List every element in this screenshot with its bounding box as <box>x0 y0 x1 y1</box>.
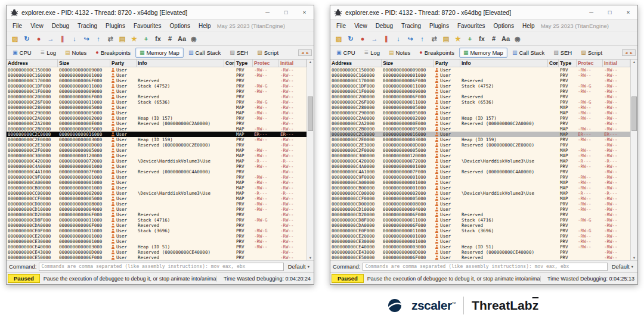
scrollbar-thumb[interactable] <box>631 96 637 131</box>
tab-scroll-right-icon[interactable]: ► <box>306 51 309 55</box>
memory-row[interactable]: 000000000C4A00000000000000001000UserPRV-… <box>330 164 630 169</box>
memory-row[interactable]: 000000000CD100000000000000004000UserPRV-… <box>330 207 630 212</box>
memory-row[interactable]: 000000000C3000000000000000120000UserMAP-… <box>330 153 630 158</box>
menu-item-options[interactable]: Options <box>166 21 194 30</box>
memory-row[interactable]: 000000000C1DF0000000000000011000UserStac… <box>7 83 306 89</box>
memory-row[interactable]: 000000000CDA0000000000000006F000UserRese… <box>7 223 306 228</box>
memory-row[interactable]: 000000000CE0F0000000000000011000UserStac… <box>330 228 630 233</box>
notes-icon[interactable]: ▤ <box>117 33 128 44</box>
tab-memory-map[interactable]: ▦Memory Map <box>135 48 184 58</box>
scroll-down-icon[interactable]: ▼ <box>631 256 637 260</box>
tab-log[interactable]: ≣Log <box>36 48 60 58</box>
patch-icon[interactable]: + <box>465 33 475 44</box>
step-into-icon[interactable]: ↓ <box>393 33 404 44</box>
menu-item-help[interactable]: Help <box>518 21 539 30</box>
tab-scroll-right-icon[interactable]: ► <box>630 51 633 55</box>
menu-item-tracing[interactable]: Tracing <box>73 21 101 30</box>
command-mode-select[interactable]: Default ▾ <box>610 263 635 270</box>
memory-row[interactable]: 000000000C4A00000000000000001000UserPRV-… <box>7 164 306 169</box>
memory-row[interactable]: 000000000CE43000000000000000D000UserRese… <box>7 250 306 255</box>
column-header-initial[interactable]: Initial <box>279 60 306 67</box>
menu-item-favourites[interactable]: Favourites <box>129 21 166 30</box>
run-icon[interactable]: → <box>369 33 380 44</box>
memory-row[interactable]: 000000000C1DF0000000000000011000UserStac… <box>330 83 630 89</box>
memory-row[interactable]: 000000000C170000000000000006F000UserRese… <box>330 78 630 83</box>
tab-scroll-buttons[interactable]: ◄ ► <box>298 49 312 56</box>
memory-row[interactable]: 000000000C2C00000000000000016000UserMAPE… <box>330 132 630 137</box>
memory-row[interactable]: 000000000CB000000000000000001000UserMAP-… <box>330 185 630 191</box>
menu-item-file[interactable]: File <box>8 21 26 30</box>
memory-row[interactable]: 000000000CE50000000000000006F000UserRese… <box>7 255 306 260</box>
memory-row[interactable]: 000000000C2A00000000000000002000UserHeap… <box>330 116 630 121</box>
column-header-protect[interactable]: Protec <box>253 60 279 67</box>
memory-row[interactable]: 000000000C2C00000000000000016000UserMAPE… <box>7 132 306 137</box>
vertical-scrollbar[interactable]: ▲ ▼ <box>306 60 314 260</box>
memory-row[interactable]: 000000000C2B00000000000000005000UserMAP-… <box>7 126 306 132</box>
menu-item-plugins[interactable]: Plugins <box>425 21 453 30</box>
memory-row[interactable]: 000000000CD000000000000000008000UserPRV-… <box>7 201 306 207</box>
functions-icon[interactable]: fx <box>476 33 487 44</box>
menu-item-debug[interactable]: Debug <box>371 21 397 30</box>
memory-row[interactable]: 000000000CD000000000000000008000UserPRV-… <box>330 201 630 207</box>
tab-scroll-left-icon[interactable]: ◄ <box>624 51 628 55</box>
memory-row[interactable]: 000000000CD20000000000000006F000UserRese… <box>330 212 630 217</box>
memory-row[interactable]: 000000000CDA0000000000000006F000UserRese… <box>330 223 630 228</box>
memory-row[interactable]: 000000000CE400000000000000003000UserHeap… <box>330 244 630 250</box>
memory-row[interactable]: 000000000C170000000000000006F000UserRese… <box>7 78 306 83</box>
patch-icon[interactable]: + <box>141 33 151 44</box>
column-header-protect[interactable]: Protec <box>577 60 603 67</box>
menu-item-view[interactable]: View <box>350 21 371 30</box>
scrollbar-thumb[interactable] <box>308 96 313 131</box>
memory-row[interactable]: 000000000C26F0000000000000011000UserStac… <box>330 99 630 105</box>
step-over-icon[interactable]: ↪ <box>405 33 416 44</box>
pause-icon[interactable]: ∥ <box>57 33 68 44</box>
memory-row[interactable]: 000000000CE300000000000000001000UserPRV-… <box>7 239 306 244</box>
hash-icon[interactable]: # <box>165 33 175 44</box>
memory-row[interactable]: 000000000CE400000000000000003000UserHeap… <box>7 244 306 250</box>
memory-row[interactable]: 000000000C2F00000000000000005000UserMAP-… <box>7 148 306 153</box>
memory-row[interactable]: 000000000C4200000000000000072000User\Dev… <box>330 158 630 164</box>
memory-row[interactable]: 000000000C2B00000000000000005000UserMAP-… <box>330 126 630 132</box>
memory-row[interactable]: 000000000C1500000000000000009000UserPRV-… <box>7 67 306 73</box>
tab-scroll-buttons[interactable]: ◄ ► <box>622 49 636 56</box>
scroll-up-icon[interactable]: ▲ <box>307 60 314 64</box>
memory-row[interactable]: 000000000C2900000000000000005000UserMAP-… <box>7 110 306 116</box>
memory-row[interactable]: 000000000CD20000000000000006F000UserRese… <box>7 212 306 217</box>
tab-script[interactable]: ▨Script <box>253 48 283 58</box>
memory-row[interactable]: 000000000C1600000000000000001000UserPRV-… <box>7 73 306 78</box>
favourites-icon[interactable]: ★ <box>129 33 140 44</box>
trace-icon[interactable]: ⇄ <box>105 33 116 44</box>
trace-icon[interactable]: ⇄ <box>429 33 439 44</box>
memory-row[interactable]: 000000000CC000000000000000002000User\Dev… <box>7 191 306 196</box>
tab-script[interactable]: ▨Script <box>577 48 606 58</box>
step-out-icon[interactable]: ↑ <box>417 33 428 44</box>
functions-icon[interactable]: fx <box>153 33 163 44</box>
menu-item-debug[interactable]: Debug <box>48 21 73 30</box>
run-icon[interactable]: → <box>45 33 56 44</box>
minimize-button[interactable]: ─ <box>582 5 600 20</box>
menu-item-help[interactable]: Help <box>194 21 215 30</box>
step-into-icon[interactable]: ↓ <box>69 33 80 44</box>
memory-row[interactable]: 000000000C2800000000000000005000UserMAP-… <box>330 105 630 110</box>
stop-icon[interactable]: ● <box>33 33 44 44</box>
memory-row[interactable]: 000000000C2800000000000000005000UserMAP-… <box>7 105 306 110</box>
titlebar[interactable]: explorer.exe - PID: 4132 - Thread: 8720 … <box>7 5 314 20</box>
memory-row[interactable]: 000000000C2A2000000000000000E000UserRese… <box>7 121 306 126</box>
command-mode-select[interactable]: Default ▾ <box>286 263 311 270</box>
settings-icon[interactable]: ◉ <box>188 33 199 44</box>
memory-row[interactable]: 000000000CD8F0000000000000011000UserStac… <box>330 217 630 223</box>
maximize-button[interactable]: □ <box>277 5 295 20</box>
tab-notes[interactable]: ▤Notes <box>385 48 414 58</box>
memory-row[interactable]: 000000000C3000000000000000120000UserMAP-… <box>7 153 306 158</box>
memory-row[interactable]: 000000000CE200000000000000001000UserPRV-… <box>7 233 306 239</box>
memory-row[interactable]: 000000000C2F00000000000000005000UserMAP-… <box>330 148 630 153</box>
tab-log[interactable]: ≣Log <box>360 48 384 58</box>
stop-icon[interactable]: ● <box>357 33 368 44</box>
column-header-info[interactable]: Info <box>137 60 224 67</box>
step-over-icon[interactable]: ↪ <box>81 33 92 44</box>
memory-row[interactable]: 000000000C1F00000000000000009000UserPRV-… <box>330 89 630 94</box>
column-header-content[interactable]: Con <box>224 60 235 67</box>
memory-map-table[interactable]: 000000000C1500000000000000009000UserPRV-… <box>330 67 637 260</box>
memory-map-table[interactable]: 000000000C1500000000000000009000UserPRV-… <box>7 67 314 260</box>
column-header-party[interactable]: Party <box>434 60 460 67</box>
